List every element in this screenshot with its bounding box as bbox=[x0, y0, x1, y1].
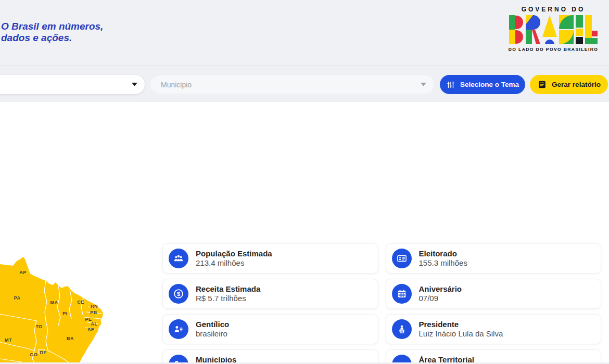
state-select[interactable] bbox=[0, 75, 145, 94]
generate-report-label: Gerar relatório bbox=[552, 81, 601, 88]
id-card-icon bbox=[392, 249, 412, 268]
state-label-go: GO bbox=[30, 352, 38, 357]
tagline-line1: O Brasil em números, bbox=[1, 21, 103, 32]
chevron-down-icon bbox=[421, 83, 426, 86]
state-label-mt: MT bbox=[5, 337, 12, 343]
state-label-ap: AP bbox=[19, 270, 26, 275]
state-label-se: SE bbox=[88, 327, 95, 332]
state-label-pb: PB bbox=[90, 310, 97, 315]
chevron-down-icon bbox=[132, 83, 137, 86]
stat-card: Gentílicobrasileiro bbox=[162, 314, 378, 344]
calendar-icon bbox=[392, 284, 412, 304]
state-label-pi: PI bbox=[62, 311, 67, 316]
brasil-logo-graphic bbox=[509, 15, 598, 44]
map-labels: APPAMACERNPBPEALSEPITOMTBAGODFMGESMSSPRJ… bbox=[0, 253, 109, 364]
main-content: APPAMACERNPBPEALSEPITOMTBAGODFMGESMSSPRJ… bbox=[0, 102, 609, 364]
stat-card-title: Presidente bbox=[419, 320, 503, 329]
stat-card-title: População Estimada bbox=[196, 249, 272, 258]
stat-card-value: brasileiro bbox=[196, 329, 229, 339]
state-label-ba: BA bbox=[67, 336, 74, 341]
page-header: O Brasil em números, dados e ações. GOVE… bbox=[0, 0, 609, 66]
select-theme-button[interactable]: Selecione o Tema bbox=[440, 75, 525, 94]
tagline-line2: dados e ações. bbox=[1, 32, 103, 44]
stat-card: Municípios5.570 bbox=[162, 349, 378, 364]
select-theme-label: Selecione o Tema bbox=[460, 81, 519, 88]
state-label-ce: CE bbox=[77, 300, 84, 305]
stat-card-title: Aniversário bbox=[419, 284, 462, 294]
stat-card: PresidenteLuiz Inácio Lula da Silva bbox=[386, 314, 602, 344]
state-label-ma: MA bbox=[50, 300, 58, 305]
filter-bar: Selecione o Tema Gerar relatório bbox=[0, 66, 609, 102]
site-tagline: O Brasil em números, dados e ações. bbox=[1, 21, 103, 44]
state-label-al: AL bbox=[91, 321, 98, 327]
stat-card: População Estimada213.4 milhões bbox=[162, 243, 378, 274]
stat-card-value: 213.4 milhões bbox=[196, 258, 272, 268]
stat-card: Eleitorado155.3 milhões bbox=[386, 243, 602, 274]
stat-card-value: 07/09 bbox=[419, 294, 462, 303]
stat-card: Receita EstimadaR$ 5.7 trilhões bbox=[162, 279, 378, 309]
people-group-icon bbox=[169, 249, 188, 268]
stat-card: Aniversário07/09 bbox=[386, 279, 602, 309]
logo-bottom-text: DO LADO DO POVO BRASILEIRO bbox=[509, 47, 598, 52]
stats-grid: População Estimada213.4 milhõesEleitorad… bbox=[162, 243, 601, 364]
sliders-icon bbox=[446, 80, 455, 89]
municipio-input[interactable] bbox=[160, 80, 412, 89]
generate-report-button[interactable]: Gerar relatório bbox=[530, 75, 608, 94]
stat-card-title: Eleitorado bbox=[419, 249, 467, 258]
brazil-map[interactable]: APPAMACERNPBPEALSEPITOMTBAGODFMGESMSSPRJ… bbox=[0, 253, 109, 364]
logo-top-text: GOVERNO DO bbox=[522, 6, 586, 13]
stat-card-value: R$ 5.7 trilhões bbox=[196, 294, 260, 303]
municipio-select[interactable] bbox=[150, 75, 435, 94]
stat-card-title: Receita Estimada bbox=[196, 284, 260, 294]
governo-do-brasil-logo: GOVERNO DO DO LADO DO POVO BRASILEIRO bbox=[505, 6, 602, 52]
report-icon bbox=[537, 80, 547, 89]
dollar-icon bbox=[169, 284, 188, 304]
stat-card-value: 155.3 milhões bbox=[419, 258, 467, 268]
brazil-dashboard-page: O Brasil em números, dados e ações. GOVE… bbox=[0, 0, 609, 364]
stat-card: Área Territorial8.5 milhões km² bbox=[386, 349, 602, 364]
state-label-df: DF bbox=[40, 350, 47, 355]
stat-card-title: Gentílico bbox=[196, 320, 229, 329]
state-label-to: TO bbox=[35, 324, 42, 329]
stat-card-value: Luiz Inácio Lula da Silva bbox=[419, 329, 503, 339]
state-label-pa: PA bbox=[14, 295, 21, 301]
president-icon bbox=[392, 319, 412, 339]
state-label-rn: RN bbox=[91, 304, 98, 309]
person-lines-icon bbox=[169, 319, 188, 339]
